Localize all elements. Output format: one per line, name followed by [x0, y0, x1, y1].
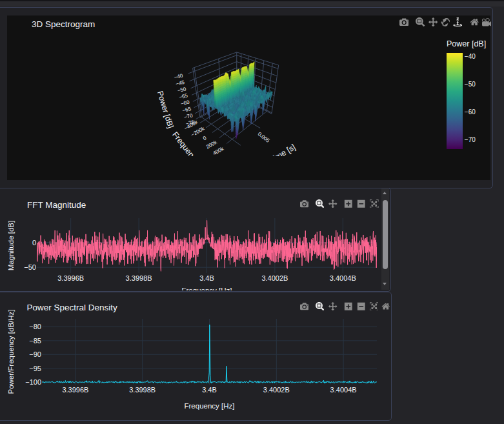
svg-text:3D Spectrogram: 3D Spectrogram	[32, 19, 95, 29]
svg-text:−70: −70	[465, 136, 476, 143]
svg-text:Power [dB]: Power [dB]	[447, 39, 486, 48]
svg-text:−40: −40	[465, 53, 476, 60]
svg-text:−50: −50	[465, 81, 476, 88]
svg-text:−60: −60	[465, 108, 476, 116]
